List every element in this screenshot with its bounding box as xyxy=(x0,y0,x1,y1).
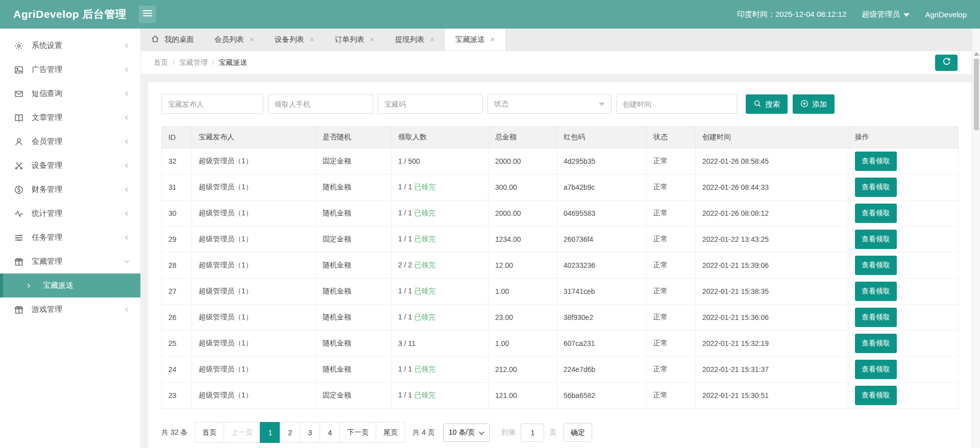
tab-1[interactable]: 会员列表 × xyxy=(204,29,264,51)
sidebar-toggle-button[interactable] xyxy=(139,6,156,23)
view-claims-button[interactable]: 查看领取 xyxy=(855,360,897,379)
sidebar-item-tools[interactable]: 设备管理 xyxy=(0,154,140,178)
cell-claim: 3 / 11 xyxy=(391,331,488,357)
gift2-icon xyxy=(14,305,24,314)
cell-publisher: 超级管理员（1） xyxy=(192,279,316,305)
status-select[interactable]: 状态 xyxy=(487,94,611,114)
breadcrumb-treasure[interactable]: 宝藏管理 xyxy=(179,58,208,67)
sidebar-item-user[interactable]: 会员管理 xyxy=(0,130,140,154)
sidebar-item-gear[interactable]: 系统设置 xyxy=(0,34,140,58)
cell-amount: 23.00 xyxy=(488,305,557,331)
column-header: 总金额 xyxy=(488,127,557,148)
close-icon[interactable]: × xyxy=(490,35,495,44)
sidebar-item-pulse[interactable]: 统计管理 xyxy=(0,202,140,226)
view-claims-button[interactable]: 查看领取 xyxy=(855,308,897,327)
page-button-尾页[interactable]: 尾页 xyxy=(376,422,405,443)
cell-id: 30 xyxy=(162,201,192,227)
user-icon xyxy=(14,137,24,146)
view-claims-button[interactable]: 查看领取 xyxy=(855,282,897,301)
breadcrumb-current: 宝藏派送 xyxy=(218,58,247,67)
user-name: 超级管理员 xyxy=(862,10,900,19)
cell-publisher: 超级管理员（1） xyxy=(192,201,316,227)
tab-3[interactable]: 订单列表 × xyxy=(325,29,385,51)
cell-created: 2022-01-21 15:36:06 xyxy=(696,305,848,331)
page-size-select[interactable]: 10 条/页 xyxy=(443,424,490,442)
cell-code: 38f930e2 xyxy=(557,305,647,331)
confirm-button[interactable]: 确定 xyxy=(564,423,592,442)
sidebar-subitem-treasure-dispatch[interactable]: 宝藏派送 xyxy=(0,273,140,297)
total-count: 共 32 条 xyxy=(161,428,187,437)
close-icon[interactable]: × xyxy=(370,35,375,44)
cell-claim: 1 / 500 xyxy=(391,148,488,175)
view-claims-button[interactable]: 查看领取 xyxy=(855,204,897,223)
cell-actions: 查看领取 xyxy=(848,201,959,227)
sidebar-item-dollar[interactable]: 财务管理 xyxy=(0,178,140,202)
view-claims-button[interactable]: 查看领取 xyxy=(855,334,897,353)
phone-input[interactable] xyxy=(268,94,373,114)
cell-claim: 1 / 1 已领完 xyxy=(391,227,488,253)
page-button-首页[interactable]: 首页 xyxy=(194,422,224,443)
breadcrumb: 首页 / 宝藏管理 / 宝藏派送 xyxy=(141,51,972,74)
tab-5[interactable]: 宝藏派送 × xyxy=(445,29,505,51)
app-title: AgriDevelop 后台管理 xyxy=(0,7,128,21)
close-icon[interactable]: × xyxy=(249,35,254,44)
sidebar-item-book[interactable]: 文章管理 xyxy=(0,106,140,130)
close-icon[interactable]: × xyxy=(309,35,314,44)
sidebar-item-mail[interactable]: 短信查询 xyxy=(0,82,140,106)
page-button-4[interactable]: 4 xyxy=(320,422,340,443)
scrollbar[interactable] xyxy=(972,29,980,448)
tab-2[interactable]: 设备列表 × xyxy=(264,29,325,51)
scrollbar-up-icon[interactable] xyxy=(974,52,979,56)
code-input[interactable] xyxy=(378,94,483,114)
cell-created: 2022-01-21 15:32:19 xyxy=(696,331,848,357)
table-header-row: ID宝藏发布人是否随机领取人数总金额红包码状态创建时间操作 xyxy=(162,127,959,148)
add-button[interactable]: 添加 xyxy=(793,94,835,114)
page-button-1[interactable]: 1 xyxy=(260,422,280,443)
cell-claim: 1 / 1 已领完 xyxy=(391,201,488,227)
cell-status: 正常 xyxy=(647,227,696,253)
cell-random: 固定金额 xyxy=(316,227,391,253)
sidebar-item-image[interactable]: 广告管理 xyxy=(0,58,140,82)
cell-code: 56ba6582 xyxy=(557,383,647,409)
cell-id: 26 xyxy=(162,305,192,331)
tab-4[interactable]: 提现列表 × xyxy=(385,29,445,51)
table-row: 31 超级管理员（1） 随机金额 1 / 1 已领完 300.00 a7b42b… xyxy=(162,175,959,201)
chevron-left-icon xyxy=(124,138,130,145)
tab-desktop[interactable]: 我的桌面 × xyxy=(141,29,204,51)
publisher-input[interactable] xyxy=(161,94,263,114)
view-claims-button[interactable]: 查看领取 xyxy=(855,178,897,197)
chevron-left-icon xyxy=(124,162,130,169)
cell-code: 4d295b35 xyxy=(557,148,647,175)
refresh-button[interactable] xyxy=(935,55,958,71)
view-claims-button[interactable]: 查看领取 xyxy=(855,256,897,275)
table-row: 25 超级管理员（1） 随机金额 3 / 11 1.00 607ca231 正常… xyxy=(162,331,959,357)
cell-publisher: 超级管理员（1） xyxy=(192,383,316,409)
view-claims-button[interactable]: 查看领取 xyxy=(855,230,897,249)
sidebar-item-sliders[interactable]: 任务管理 xyxy=(0,226,140,250)
sidebar-item-gift[interactable]: 宝藏管理 xyxy=(0,250,140,273)
page-button-下一页[interactable]: 下一页 xyxy=(339,422,376,443)
page-button-2[interactable]: 2 xyxy=(280,422,300,443)
home-icon xyxy=(151,35,159,44)
content-panel: 状态 搜索 添加 xyxy=(148,82,972,448)
chevron-right-icon xyxy=(26,283,32,289)
scrollbar-thumb[interactable] xyxy=(974,59,979,130)
created-time-input[interactable] xyxy=(616,94,737,114)
user-dropdown[interactable]: 超级管理员 xyxy=(862,10,910,19)
page-button-3[interactable]: 3 xyxy=(300,422,320,443)
sidebar-item-gift2[interactable]: 游戏管理 xyxy=(0,297,140,321)
search-button[interactable]: 搜索 xyxy=(746,94,788,114)
cell-amount: 2000.00 xyxy=(488,201,557,227)
view-claims-button[interactable]: 查看领取 xyxy=(855,152,897,171)
close-icon[interactable]: × xyxy=(430,35,435,44)
goto-page-input[interactable] xyxy=(521,424,544,442)
table-row: 29 超级管理员（1） 固定金额 1 / 1 已领完 1234.00 26073… xyxy=(162,227,959,253)
breadcrumb-separator: / xyxy=(212,59,214,66)
server-time: 印度时间：2025-12-04 08:12:12 xyxy=(737,10,846,19)
view-claims-button[interactable]: 查看领取 xyxy=(855,386,897,405)
column-header: 红包码 xyxy=(557,127,647,148)
cell-actions: 查看领取 xyxy=(848,279,959,305)
breadcrumb-home[interactable]: 首页 xyxy=(154,58,168,67)
cell-random: 随机金额 xyxy=(316,175,391,201)
cell-code: 260736f4 xyxy=(557,227,647,253)
